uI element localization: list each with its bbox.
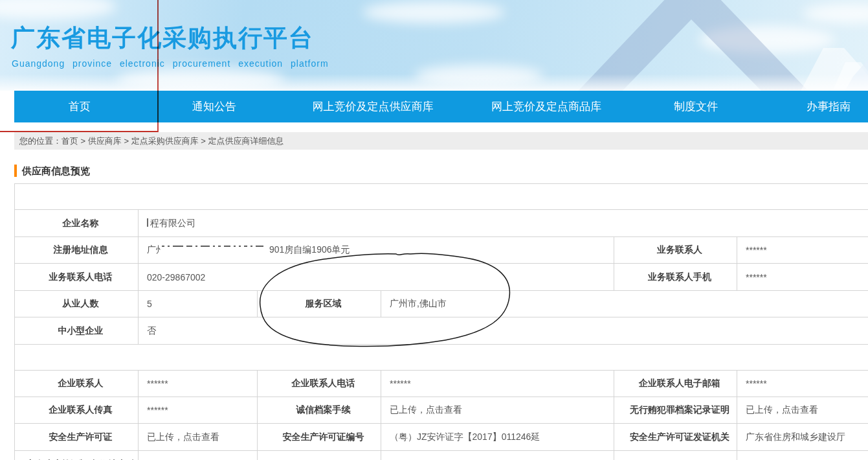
label-no-bribery-record: 无行贿犯罪档案记录证明	[614, 397, 737, 424]
label-safety-license-end-date: 安全生产许可证有效结束时	[15, 451, 139, 460]
value-business-mobile: ******	[737, 264, 868, 291]
table-row: 业务联系人电话 020-29867002 业务联系人手机 ******	[15, 264, 868, 291]
value-no-bribery-view-link[interactable]: 已上传，点击查看	[737, 397, 868, 424]
table-row: 安全生产许可证 已上传，点击查看 安全生产许可证编号 （粤）JZ安许证字【201…	[15, 424, 868, 451]
page-title: 供应商信息预览	[22, 165, 90, 178]
value-contact-phone: ******	[381, 371, 614, 397]
value-safety-license-view-link[interactable]: 已上传，点击查看	[139, 424, 258, 451]
label-business-contact: 业务联系人	[614, 237, 737, 264]
page: 广东省电子化采购执行平台 Guangdong province electron…	[0, 0, 868, 460]
label-safety-license-no: 安全生产许可证编号	[258, 424, 381, 451]
main-nav: 首页 通知公告 网上竞价及定点供应商库 网上竞价及定点商品库 制度文件 办事指南	[14, 91, 868, 122]
address-suffix: 901房自编1906单元	[269, 244, 350, 255]
table-header-basic-info: 企业基本信息	[15, 184, 868, 210]
site-subtitle: Guangdong province electronic procuremen…	[12, 58, 329, 69]
nav-item-home[interactable]: 首页	[69, 91, 91, 122]
redaction-remnant	[147, 218, 148, 227]
label-credit-file: 诚信档案手续	[258, 397, 381, 424]
value-empty	[381, 451, 614, 460]
company-name-text: 程有限公司	[150, 218, 195, 228]
value-contact-fax: ******	[139, 397, 258, 424]
label-company-name: 企业名称	[15, 210, 139, 237]
breadcrumb-prefix: 您的位置：	[19, 136, 61, 146]
label-registered-address: 注册地址信息	[15, 237, 139, 264]
label-safety-license-issuer: 安全生产许可证发证机关	[614, 424, 737, 451]
value-service-region: 广州市,佛山市	[381, 291, 868, 317]
table-row: 企业联系人 ****** 企业联系人电话 ****** 企业联系人电子邮箱 **…	[15, 371, 868, 397]
table-header-pro-info: 装修、修缮工程专业信息	[15, 345, 868, 371]
label-empty	[614, 451, 737, 460]
breadcrumb-link-home[interactable]: 首页	[61, 136, 78, 146]
value-staff-count: 5	[139, 291, 258, 317]
label-staff-count: 从业人数	[15, 291, 139, 317]
nav-item-policy-files[interactable]: 制度文件	[674, 91, 718, 122]
breadcrumb-link-supplier-lib[interactable]: 供应商库	[88, 136, 122, 146]
label-business-mobile: 业务联系人手机	[614, 264, 737, 291]
value-registered-address: 广州901房自编1906单元	[139, 237, 614, 264]
value-credit-file-view-link[interactable]: 已上传，点击查看	[381, 397, 614, 424]
table-row: 注册地址信息 广州901房自编1906单元 业务联系人 ******	[15, 237, 868, 264]
value-company-name: 程有限公司	[139, 210, 868, 237]
label-business-phone: 业务联系人电话	[15, 264, 139, 291]
nav-item-product-library[interactable]: 网上竞价及定点商品库	[491, 91, 601, 122]
label-empty	[258, 451, 381, 460]
address-prefix: 广	[147, 244, 156, 255]
value-empty	[737, 451, 868, 460]
breadcrumb-separator: >	[199, 136, 208, 146]
table-row: 企业联系人传真 ****** 诚信档案手续 已上传，点击查看 无行贿犯罪档案记录…	[15, 397, 868, 424]
value-business-contact: ******	[737, 237, 868, 264]
table-row: 中小型企业 否	[15, 317, 868, 345]
label-sme: 中小型企业	[15, 317, 139, 345]
breadcrumb-current: 定点供应商详细信息	[208, 136, 284, 146]
value-business-phone: 020-29867002	[139, 264, 614, 291]
nav-item-supplier-library[interactable]: 网上竞价及定点供应商库	[313, 91, 434, 122]
value-safety-license-end-date	[139, 451, 258, 460]
table-row: 企业名称 程有限公司	[15, 210, 868, 237]
label-contact-fax: 企业联系人传真	[15, 397, 139, 424]
supplier-info-table: 企业基本信息 企业名称 程有限公司 注册地址信息 广州901房自编1906单元 …	[14, 183, 868, 460]
value-safety-license-no: （粤）JZ安许证字【2017】011246延	[381, 424, 614, 451]
value-sme: 否	[139, 317, 868, 345]
breadcrumb-separator: >	[122, 136, 131, 146]
value-contact-email: ******	[737, 371, 868, 397]
label-contact-email: 企业联系人电子邮箱	[614, 371, 737, 397]
redacted-text-fragments	[162, 244, 267, 255]
breadcrumb-separator: >	[78, 136, 88, 146]
value-contact: ******	[139, 371, 258, 397]
table-row: 安全生产许可证有效结束时	[15, 451, 868, 460]
nav-item-notices[interactable]: 通知公告	[192, 91, 236, 122]
site-title: 广东省电子化采购执行平台	[11, 22, 314, 54]
label-safety-license: 安全生产许可证	[15, 424, 139, 451]
table-row: 从业人数 5 服务区域 广州市,佛山市	[15, 291, 868, 317]
redaction-remnant: 州	[156, 244, 161, 256]
value-safety-license-issuer: 广东省住房和城乡建设厅	[737, 424, 868, 451]
nav-item-guide[interactable]: 办事指南	[807, 91, 851, 122]
label-contact-phone: 企业联系人电话	[258, 371, 381, 397]
label-contact: 企业联系人	[15, 371, 139, 397]
label-service-region: 服务区域	[258, 291, 381, 317]
breadcrumb: 您的位置：首页 > 供应商库 > 定点采购供应商库 > 定点供应商详细信息	[14, 132, 868, 150]
section-accent-bar	[14, 165, 17, 177]
site-banner: 广东省电子化采购执行平台 Guangdong province electron…	[0, 0, 868, 91]
breadcrumb-link-fixed-point-lib[interactable]: 定点采购供应商库	[131, 136, 199, 146]
